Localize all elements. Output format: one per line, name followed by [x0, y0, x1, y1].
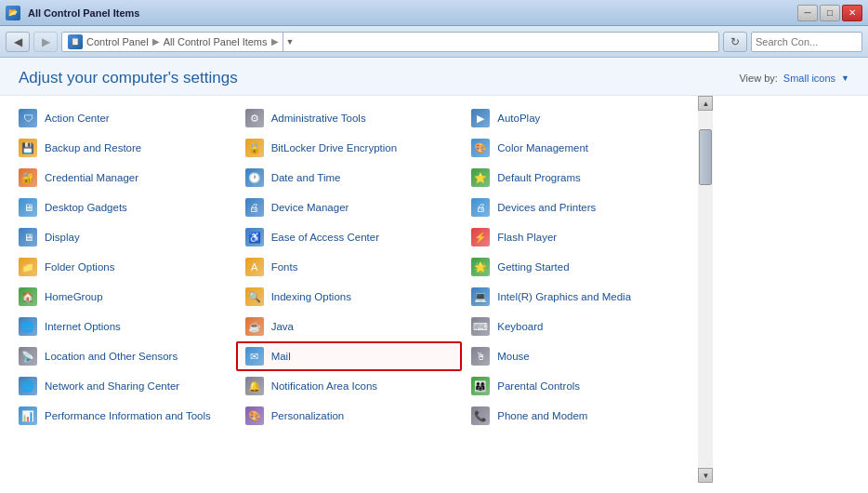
control-item-flash-player[interactable]: ⚡Flash Player: [462, 222, 689, 252]
search-box[interactable]: 🔍: [751, 32, 862, 52]
control-item-network-and-sharing-center[interactable]: 🌐Network and Sharing Center: [9, 371, 236, 401]
path-segment-2: All Control Panel Items: [164, 36, 268, 47]
item-label: Mail: [271, 351, 291, 362]
forward-button[interactable]: ▶: [33, 32, 58, 52]
item-label: Network and Sharing Center: [45, 380, 179, 392]
item-icon: 📡: [19, 347, 37, 366]
close-button[interactable]: ✕: [842, 5, 862, 21]
item-icon: 🔐: [19, 168, 37, 187]
control-item-bitlocker-drive-encryption[interactable]: 🔒BitLocker Drive Encryption: [236, 133, 463, 163]
scroll-thumb[interactable]: [699, 129, 712, 185]
item-label: Flash Player: [497, 232, 557, 243]
address-path[interactable]: 📋 Control Panel ▶ All Control Panel Item…: [61, 32, 719, 52]
item-label: BitLocker Drive Encryption: [271, 142, 398, 153]
control-item-java[interactable]: ☕Java: [236, 312, 463, 341]
item-icon: A: [245, 258, 264, 276]
item-icon: 🌐: [19, 317, 37, 336]
control-item-indexing-options[interactable]: 🔍Indexing Options: [236, 282, 463, 312]
item-label: Indexing Options: [271, 291, 351, 302]
item-icon: ⚙: [245, 109, 264, 127]
control-item-homegroup[interactable]: 🏠HomeGroup: [9, 282, 236, 312]
item-label: Getting Started: [497, 261, 569, 273]
control-item-credential-manager[interactable]: 🔐Credential Manager: [9, 163, 236, 193]
items-container: 🛡Action Center⚙Administrative Tools▶Auto…: [0, 96, 698, 434]
content-header: Adjust your computer's settings View by:…: [0, 58, 868, 96]
item-icon: 📞: [471, 406, 490, 425]
item-label: Backup and Restore: [45, 142, 141, 153]
control-item-intel(r)-graphics-and-media[interactable]: 💻Intel(R) Graphics and Media: [462, 282, 689, 312]
control-item-folder-options[interactable]: 📁Folder Options: [9, 252, 236, 282]
scrollbar[interactable]: ▲ ▼: [698, 96, 713, 483]
control-item-performance-information-and-tools[interactable]: 📊Performance Information and Tools: [9, 401, 236, 431]
item-label: Intel(R) Graphics and Media: [497, 291, 631, 302]
item-icon: ⚡: [471, 228, 490, 246]
main-content: Adjust your computer's settings View by:…: [0, 58, 868, 493]
item-icon: 🕐: [245, 168, 264, 187]
item-label: Ease of Access Center: [271, 232, 379, 243]
item-label: Location and Other Sensors: [45, 351, 178, 362]
control-item-mouse[interactable]: 🖱Mouse: [462, 341, 689, 371]
item-label: Color Management: [497, 142, 588, 153]
control-item-fonts[interactable]: AFonts: [236, 252, 463, 282]
view-by-control: View by: Small icons ▼: [739, 73, 849, 84]
control-item-date-and-time[interactable]: 🕐Date and Time: [236, 163, 463, 193]
minimize-button[interactable]: ─: [797, 5, 818, 21]
control-item-internet-options[interactable]: 🌐Internet Options: [9, 312, 236, 341]
path-icon: 📋: [68, 34, 83, 49]
control-item-default-programs[interactable]: ⭐Default Programs: [462, 163, 689, 193]
item-icon: 🖥: [19, 198, 37, 217]
back-button[interactable]: ◀: [6, 32, 30, 52]
scroll-up-button[interactable]: ▲: [698, 96, 713, 111]
control-item-phone-and-modem[interactable]: 📞Phone and Modem: [462, 401, 689, 431]
control-item-programs-and-features[interactable]: 📦Programs and Features: [236, 431, 463, 434]
control-item-color-management[interactable]: 🎨Color Management: [462, 133, 689, 163]
address-bar: ◀ ▶ 📋 Control Panel ▶ All Control Panel …: [0, 26, 868, 58]
control-item-notification-area-icons[interactable]: 🔔Notification Area Icons: [236, 371, 463, 401]
item-icon: 📊: [19, 406, 37, 425]
path-dropdown[interactable]: ▼: [283, 32, 297, 52]
refresh-button[interactable]: ↻: [723, 32, 747, 52]
search-input[interactable]: [756, 36, 868, 47]
maximize-button[interactable]: □: [820, 5, 840, 21]
content-area: Adjust your computer's settings View by:…: [0, 58, 868, 493]
page-title: Adjust your computer's settings: [19, 69, 238, 87]
control-item-location-and-other-sensors[interactable]: 📡Location and Other Sensors: [9, 341, 236, 371]
control-item-keyboard[interactable]: ⌨Keyboard: [462, 312, 689, 341]
path-arrow-2: ▶: [271, 36, 279, 47]
item-label: Personalization: [271, 410, 345, 421]
view-by-label: View by:: [739, 73, 777, 84]
control-item-power-options[interactable]: ⚡Power Options: [9, 431, 236, 434]
item-icon: 🖥: [19, 228, 37, 246]
item-label: AutoPlay: [497, 113, 540, 124]
title-bar: 📂 All Control Panel Items ─ □ ✕: [0, 0, 868, 26]
view-by-arrow[interactable]: ▼: [841, 73, 849, 83]
item-icon: 🔒: [245, 139, 264, 157]
control-item-action-center[interactable]: 🛡Action Center: [9, 103, 236, 133]
control-item-recovery[interactable]: 🔄Recovery: [462, 431, 689, 434]
item-icon: ♿: [245, 228, 264, 246]
item-icon: 🖱: [471, 347, 490, 366]
control-item-personalization[interactable]: 🎨Personalization: [236, 401, 463, 431]
control-item-ease-of-access-center[interactable]: ♿Ease of Access Center: [236, 222, 463, 252]
scroll-down-button[interactable]: ▼: [698, 468, 713, 483]
control-item-autoplay[interactable]: ▶AutoPlay: [462, 103, 689, 133]
control-item-display[interactable]: 🖥Display: [9, 222, 236, 252]
control-item-getting-started[interactable]: 🌟Getting Started: [462, 252, 689, 282]
item-label: Notification Area Icons: [271, 380, 377, 392]
view-by-value[interactable]: Small icons: [783, 73, 835, 84]
control-item-mail[interactable]: ✉Mail: [236, 341, 463, 371]
control-item-backup-and-restore[interactable]: 💾Backup and Restore: [9, 133, 236, 163]
item-icon: ⭐: [471, 168, 490, 187]
item-label: Display: [45, 232, 80, 243]
control-item-device-manager[interactable]: 🖨Device Manager: [236, 193, 463, 222]
item-icon: 🌐: [19, 377, 37, 395]
item-label: Desktop Gadgets: [45, 202, 127, 213]
item-icon: 💾: [19, 139, 37, 157]
control-item-devices-and-printers[interactable]: 🖨Devices and Printers: [462, 193, 689, 222]
control-item-desktop-gadgets[interactable]: 🖥Desktop Gadgets: [9, 193, 236, 222]
item-label: Action Center: [45, 113, 110, 124]
control-item-administrative-tools[interactable]: ⚙Administrative Tools: [236, 103, 463, 133]
item-icon: 🏠: [19, 287, 37, 306]
control-item-parental-controls[interactable]: 👨‍👩‍👧Parental Controls: [462, 371, 689, 401]
item-icon: 💻: [471, 287, 490, 306]
